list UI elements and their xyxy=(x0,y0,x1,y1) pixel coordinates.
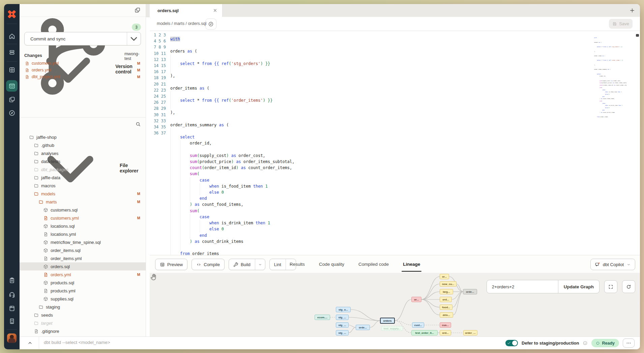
tree-item--github[interactable]: .github xyxy=(20,141,146,149)
tree-item-dbt-packages[interactable]: dbt_packages xyxy=(20,165,146,173)
lineage-node-test1[interactable]: test_order_it... xyxy=(411,330,438,335)
search-icon[interactable] xyxy=(135,121,141,127)
tree-item-metricflow-time-spine-sql[interactable]: metricflow_time_spine.sql xyxy=(20,238,146,246)
tree-item-target[interactable]: target xyxy=(20,319,146,327)
lineage-node-stg3[interactable]: stg_... xyxy=(336,322,349,328)
tree-item-jaffle-data[interactable]: jaffle-data xyxy=(20,173,146,182)
lineage-node-ord1[interactable]: orde... xyxy=(356,325,370,330)
tree-item-supplies-sql[interactable]: supplies.sql xyxy=(20,295,146,303)
changed-file-row[interactable]: orders.ymlM xyxy=(20,67,146,73)
lineage-node-cust[interactable]: cust... xyxy=(412,322,424,328)
more-options-button[interactable] xyxy=(623,339,635,348)
tree-item-order-items-yml[interactable]: order_items.yml xyxy=(20,254,146,262)
lineage-node-stg2[interactable]: stg_... xyxy=(336,315,349,320)
save-button[interactable]: Save xyxy=(609,19,633,29)
tree-item-locations-sql[interactable]: locations.sql xyxy=(20,222,146,230)
tree-item-orders-yml[interactable]: orders.ymlM xyxy=(20,270,146,279)
tree-item-customers-sql[interactable]: customers.sql xyxy=(20,206,146,214)
tree-item--gitignore[interactable]: .gitignore xyxy=(20,327,146,335)
tab-orders-sql[interactable]: orders.sql xyxy=(150,4,223,17)
changed-file-row[interactable]: customers.ymlM xyxy=(20,60,146,67)
tree-item-marts[interactable]: martsM xyxy=(20,198,146,206)
results-tab-code-quality[interactable]: Code quality xyxy=(319,255,344,273)
command-input[interactable]: dbt build --select <model_name> xyxy=(44,340,110,345)
changed-file-row[interactable]: dbt_project.ymlM xyxy=(20,73,146,80)
tree-item-customers-yml[interactable]: customers.ymlM xyxy=(20,214,146,222)
tree-item-label: customers.yml xyxy=(51,216,79,221)
modified-badge: M xyxy=(137,192,140,196)
dbt-copilot-button[interactable]: dbt Copilot xyxy=(590,259,635,270)
update-graph-button[interactable]: Update Graph xyxy=(558,280,599,293)
save-button-label: Save xyxy=(619,21,629,26)
nav-item-windows[interactable] xyxy=(4,94,20,105)
table-icon xyxy=(160,262,165,267)
nav-item-home[interactable] xyxy=(4,30,20,42)
results-tab-results[interactable]: Results xyxy=(290,255,305,273)
tree-item-label: metricflow_time_spine.sql xyxy=(51,240,101,245)
refresh-graph-button[interactable] xyxy=(622,280,635,293)
code-content[interactable]: with orders as ( select * from {{ ref('s… xyxy=(170,36,295,255)
commit-and-sync-button[interactable]: Commit and sync xyxy=(24,32,141,45)
nav-item-grid[interactable] xyxy=(4,64,20,75)
nav-item-building[interactable] xyxy=(4,315,20,327)
tree-item-locations-yml[interactable]: locations.yml xyxy=(20,230,146,238)
tree-item-data-tests[interactable]: data-tests xyxy=(20,157,146,165)
nav-item-clipboard[interactable] xyxy=(4,275,20,286)
tree-item-products-yml[interactable]: products.yml xyxy=(20,287,146,295)
tree-item-staging[interactable]: staging xyxy=(20,303,146,311)
results-tab-lineage[interactable]: Lineage xyxy=(403,255,420,273)
fullscreen-button[interactable] xyxy=(604,280,617,293)
tree-item-jaffle-shop[interactable]: jaffle-shop xyxy=(20,133,146,141)
copilot-chat-icon xyxy=(595,262,600,267)
lineage-selector-input[interactable]: 2+orders+2 xyxy=(487,280,558,293)
lineage-node-y7[interactable]: ord... xyxy=(440,330,451,335)
build-dropdown-chevron[interactable] xyxy=(255,259,265,270)
tree-item-orders-sql[interactable]: orders.sql xyxy=(20,262,146,270)
lineage-node-y3[interactable]: larg... xyxy=(440,289,453,294)
lineage-node-ecom[interactable]: ecom.... xyxy=(315,315,330,320)
tree-item-macros[interactable]: macros xyxy=(20,182,146,190)
nav-item-stack[interactable] xyxy=(4,46,20,58)
tree-item-products-sql[interactable]: products.sql xyxy=(20,279,146,287)
nav-item-compass[interactable] xyxy=(4,107,20,119)
nav-item-book[interactable] xyxy=(4,302,20,314)
new-tab-icon[interactable] xyxy=(629,7,635,13)
tree-item-models[interactable]: modelsM xyxy=(20,190,146,198)
minimap[interactable]: with orders as ( select * from {{ ref('s… xyxy=(594,37,626,120)
compile-button[interactable]: Compile xyxy=(192,259,225,270)
lineage-node-y1[interactable]: or... xyxy=(440,274,449,279)
lineage-node-cusp[interactable]: cus... xyxy=(440,322,451,328)
lineage-node-y2[interactable]: new_cu... xyxy=(440,281,457,287)
lineage-node-y4[interactable]: ord... xyxy=(440,297,452,302)
lineage-node-stg1[interactable]: stg_o... xyxy=(336,307,351,312)
close-icon[interactable] xyxy=(213,8,217,13)
build-button[interactable]: Build xyxy=(229,259,265,270)
tree-item-seeds[interactable]: seeds xyxy=(20,311,146,319)
code-editor[interactable]: 1 2 3 4 5 6 7 8 9 10 11 12 13 14 15 16 1… xyxy=(150,31,640,255)
commit-dropdown-chevron[interactable] xyxy=(127,32,141,45)
duplicate-icon[interactable] xyxy=(134,7,141,13)
defer-toggle[interactable] xyxy=(505,340,518,346)
lineage-node-orp[interactable]: or... xyxy=(411,297,421,302)
copilot-label: dbt Copilot xyxy=(603,262,624,267)
user-avatar[interactable] xyxy=(7,333,17,343)
results-tab-compiled-code[interactable]: Compiled code xyxy=(358,255,389,273)
preview-button[interactable]: Preview xyxy=(155,259,187,270)
lineage-node-gray[interactable]: orde... xyxy=(463,289,477,294)
info-icon[interactable] xyxy=(583,341,588,346)
changed-file-name: customers.yml xyxy=(32,61,59,66)
expand-command-bar-icon[interactable] xyxy=(27,340,33,346)
lineage-node-y8[interactable]: order_... xyxy=(463,330,477,335)
tree-item-order-items-sql[interactable]: order_items.sql xyxy=(20,246,146,254)
open-in-lineage-button[interactable] xyxy=(205,19,216,30)
tree-item-analyses[interactable]: analyses xyxy=(20,149,146,157)
lineage-node-stg4[interactable]: stg_... xyxy=(336,330,349,335)
lineage-node-orders[interactable]: orders xyxy=(380,318,395,324)
nav-item-headset[interactable] xyxy=(4,289,20,300)
scrollbar-thumb[interactable] xyxy=(636,34,639,37)
lineage-node-y5[interactable]: food... xyxy=(440,304,452,310)
editor-area: orders.sql models / marts / orders.sql S… xyxy=(146,4,640,349)
nav-item-codewin-active[interactable] xyxy=(6,80,18,92)
dbt-logo-icon[interactable] xyxy=(7,9,17,19)
lineage-node-y6[interactable]: drin... xyxy=(440,312,453,318)
